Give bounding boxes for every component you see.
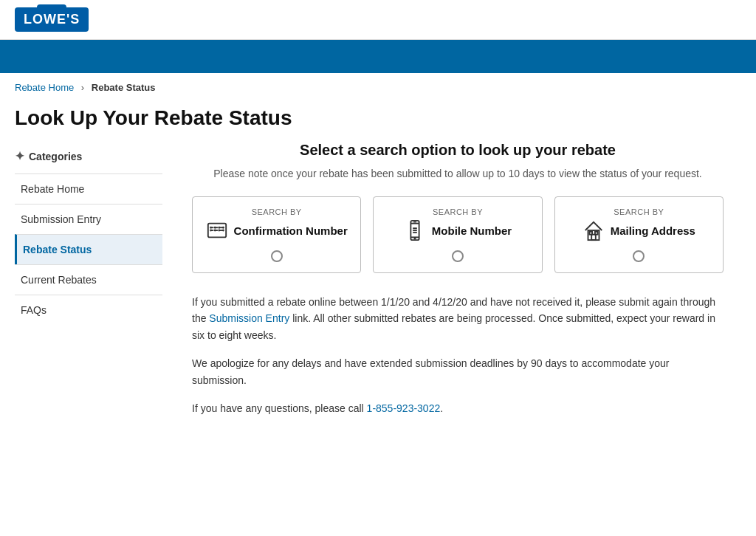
svg-point-14 <box>222 230 224 232</box>
search-card-mailing[interactable]: SEARCH BY Mailing Address <box>554 196 724 273</box>
breadcrumb: Rebate Home › Rebate Status <box>0 73 756 102</box>
sidebar-item-rebate-home[interactable]: Rebate Home <box>15 173 162 204</box>
svg-point-11 <box>210 230 212 232</box>
main-layout: ✦ Categories Rebate Home Submission Entr… <box>0 142 753 443</box>
mobile-label-top: SEARCH BY <box>433 207 483 216</box>
info-block-2: We apologize for any delays and have ext… <box>192 355 724 388</box>
svg-point-9 <box>218 227 220 229</box>
info-section: If you submitted a rebate online between… <box>192 294 724 416</box>
confirmation-icon <box>206 219 228 241</box>
svg-point-13 <box>218 230 220 232</box>
info-block-1: If you submitted a rebate online between… <box>192 294 724 343</box>
search-options-container: SEARCH BY <box>192 196 724 273</box>
search-card-confirmation[interactable]: SEARCH BY <box>192 196 361 273</box>
sidebar-categories-header: ✦ Categories <box>15 149 162 163</box>
submission-entry-link[interactable]: Submission Entry <box>209 312 289 324</box>
sidebar-item-submission-entry[interactable]: Submission Entry <box>15 204 162 234</box>
breadcrumb-home-link[interactable]: Rebate Home <box>15 82 74 93</box>
sidebar-item-rebate-status[interactable]: Rebate Status <box>15 234 162 264</box>
info-block-3: If you have any questions, please call 1… <box>192 400 724 416</box>
sidebar-item-faqs[interactable]: FAQs <box>15 295 162 325</box>
page-title: Look Up Your Rebate Status <box>0 102 756 142</box>
mailing-icon-row: Mailing Address <box>583 219 695 241</box>
mobile-radio[interactable] <box>452 250 464 262</box>
confirmation-label-top: SEARCH BY <box>252 207 302 216</box>
search-card-mobile[interactable]: SEARCH BY Mobile Number <box>373 196 542 273</box>
header-top: LOWE'S <box>0 0 756 40</box>
breadcrumb-current: Rebate Status <box>92 82 156 93</box>
confirmation-icon-row: Confirmation Number <box>206 219 348 241</box>
search-section-subtitle: Please note once your rebate has been su… <box>192 166 724 182</box>
svg-point-12 <box>213 230 216 232</box>
mailing-radio[interactable] <box>633 250 645 262</box>
header-blue-bar <box>0 40 756 73</box>
mobile-icon-row: Mobile Number <box>404 219 512 241</box>
content-area: Select a search option to look up your r… <box>162 142 738 443</box>
confirmation-radio[interactable] <box>271 250 283 262</box>
breadcrumb-separator: › <box>81 82 84 93</box>
mobile-icon <box>404 219 426 241</box>
mailing-card-label: Mailing Address <box>611 224 695 237</box>
search-section-title: Select a search option to look up your r… <box>192 142 724 159</box>
svg-point-10 <box>222 227 224 229</box>
person-icon: ✦ <box>15 149 24 163</box>
svg-rect-26 <box>595 232 598 235</box>
svg-point-8 <box>213 227 216 229</box>
svg-point-7 <box>210 227 212 229</box>
sidebar-categories-label: Categories <box>29 151 82 162</box>
lowes-logo: LOWE'S <box>15 7 89 32</box>
mailing-label-top: SEARCH BY <box>614 207 664 216</box>
svg-rect-24 <box>591 235 596 241</box>
house-icon <box>583 219 605 241</box>
phone-link[interactable]: 1-855-923-3022 <box>367 402 441 414</box>
sidebar: ✦ Categories Rebate Home Submission Entr… <box>15 142 162 443</box>
sidebar-item-current-rebates[interactable]: Current Rebates <box>15 264 162 295</box>
confirmation-card-label: Confirmation Number <box>234 224 348 237</box>
mobile-card-label: Mobile Number <box>432 224 512 237</box>
svg-rect-25 <box>589 232 592 235</box>
